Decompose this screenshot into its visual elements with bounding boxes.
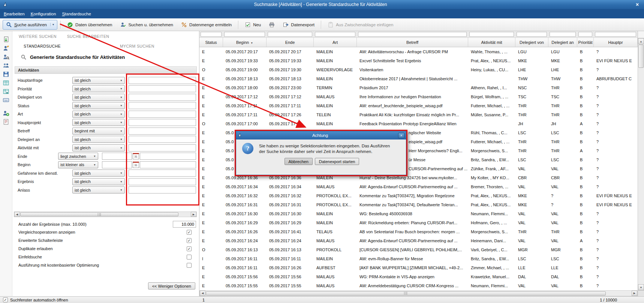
operator-select[interactable]: ist gleich	[72, 119, 125, 126]
scrollbar-track[interactable]	[20, 212, 191, 217]
chevron-down-icon[interactable]: ▾	[50, 23, 54, 26]
tab-suche-bearbeiten[interactable]: SUCHE BEARBEITEN	[67, 34, 109, 39]
criteria-value-input[interactable]	[129, 128, 196, 135]
criteria-value-input[interactable]	[129, 102, 196, 109]
dialog-close-icon[interactable]: ×	[398, 133, 404, 138]
criteria-value-input[interactable]	[129, 186, 196, 194]
abbrechen-button[interactable]: Abbrechen	[285, 158, 313, 165]
criteria-value-input[interactable]	[129, 85, 196, 92]
column-filter-input[interactable]	[268, 32, 312, 37]
table-row[interactable]: I 05.09.2017 16:11 05.09.2017 16:11 MAIL…	[199, 254, 638, 263]
column-header[interactable]: Hauptpr	[594, 38, 638, 47]
table-row[interactable]: O 05.09.2017 16:13 05.09.2017 16:13 PROT…	[199, 245, 638, 254]
criteria-value-input[interactable]	[129, 111, 196, 118]
table-row[interactable]: E 05.09.2017 16:34 05.09.2017 16:34 MAIL…	[199, 182, 638, 191]
table-row[interactable]: O 05.09.2017 19:00 05.09.2017 19:30 WIED…	[199, 65, 638, 74]
operator-select[interactable]: ist gleich	[72, 77, 125, 84]
scroll-down-icon[interactable]: ▼	[638, 284, 644, 290]
operator-select[interactable]: ist gleich	[72, 170, 125, 177]
scrollbar-track[interactable]	[638, 68, 644, 284]
table-row[interactable]: E 05.09.2017 16:11 05.09.2017 16:26 AUFB…	[199, 263, 638, 272]
table-row[interactable]: E 05.09.2017 19:33 05.09.2017 19:33 MAIL…	[199, 56, 638, 65]
column-filter-input[interactable]	[224, 32, 265, 37]
column-filter-input[interactable]	[469, 32, 514, 37]
table-row[interactable]: E 05.09.2017 16:32 05.09.2017 16:32 PROT…	[199, 191, 638, 200]
scroll-left-icon[interactable]: ◀	[200, 291, 205, 296]
operator-select[interactable]: beginnt mit	[72, 128, 125, 135]
spreadsheet-icon[interactable]	[3, 80, 9, 86]
auto-open-checkbox[interactable]	[3, 297, 8, 302]
operator-select[interactable]: ist gleich	[72, 85, 125, 92]
column-header[interactable]: Status	[199, 38, 223, 47]
print-button[interactable]	[265, 20, 278, 30]
scrollbar-thumb[interactable]	[206, 291, 606, 296]
table-row[interactable]: E 05.09.2017 20:17 05.09.2017 20:17 MAIL…	[199, 47, 638, 56]
notes-icon[interactable]	[3, 118, 9, 125]
menu-item[interactable]: Standardsuche	[62, 12, 91, 16]
criteria-value-input[interactable]	[129, 136, 196, 143]
datenexport-starten-button[interactable]: Datenexport starten	[315, 158, 359, 165]
spreadsheet-export-icon[interactable]	[3, 88, 9, 95]
operator-select[interactable]: ist gleich	[72, 144, 125, 152]
suchen-uebernehmen-button[interactable]: Suchen u. übernehmen	[117, 20, 177, 30]
criteria-value-input[interactable]	[129, 144, 196, 152]
column-filter-input[interactable]	[578, 32, 592, 37]
column-filter-input[interactable]	[358, 32, 467, 37]
neu-button[interactable]: Neu	[241, 20, 264, 30]
datenmenge-ermitteln-button[interactable]: Datenmenge ermitteln	[178, 20, 235, 30]
close-icon[interactable]: ×	[633, 2, 642, 8]
criteria-value-input[interactable]	[102, 161, 132, 168]
scroll-up-icon[interactable]: ▲	[638, 38, 644, 44]
table-row[interactable]: E 05.09.2017 17:11 05.09.2017 17:11 MAIL…	[199, 101, 638, 110]
column-header[interactable]: Betreff	[357, 38, 468, 47]
operator-select[interactable]: liegt zwischen	[58, 153, 98, 160]
option-checkbox[interactable]	[187, 263, 192, 268]
table-row[interactable]: E 05.09.2017 18:13 05.09.2017 18:13 MAIL…	[199, 74, 638, 83]
operator-select[interactable]: ist gleich	[72, 178, 125, 185]
column-filter-input[interactable]	[550, 32, 576, 37]
weniger-optionen-button[interactable]: << Weniger Optionen	[148, 282, 195, 290]
table-row[interactable]: O 05.09.2017 17:00 05.09.2017 17:00 MAIL…	[199, 119, 638, 128]
tab-weitere-suchen[interactable]: WEITERE SUCHEN	[19, 34, 57, 39]
operator-select[interactable]: ist gleich	[72, 102, 125, 109]
table-horizontal-scrollbar[interactable]: ◀ ▶	[199, 290, 638, 296]
criteria-value-input[interactable]	[129, 119, 196, 126]
daten-uebernehmen-button[interactable]: Daten übernehmen	[64, 20, 115, 30]
operator-select[interactable]: ist kleiner als	[58, 161, 98, 168]
users-icon[interactable]	[3, 62, 9, 69]
operator-select[interactable]: ist gleich	[72, 94, 125, 101]
tab-mycrm-suchen[interactable]: MYCRM SUCHEN	[120, 44, 154, 49]
criteria-value-input[interactable]	[129, 170, 196, 177]
user-add-icon[interactable]	[3, 110, 9, 117]
column-header[interactable]: Delegiert von	[515, 38, 548, 47]
criteria-value-input-2[interactable]	[140, 153, 196, 160]
column-header[interactable]: Ende	[267, 38, 314, 47]
column-header[interactable]: Art	[314, 38, 357, 47]
column-header[interactable]: Priorität	[577, 38, 594, 47]
table-row[interactable]: E 05.09.2017 15:56 05.09.2017 15:56 MAIL…	[199, 272, 638, 281]
scroll-right-icon[interactable]: ▶	[632, 291, 637, 296]
menu-item[interactable]: Bearbeiten	[4, 12, 25, 16]
option-checkbox[interactable]	[187, 246, 192, 251]
suche-ausfuehren-button[interactable]: Suche ausführen ▾	[3, 20, 57, 30]
criteria-value-input[interactable]	[129, 178, 196, 185]
operator-select[interactable]: ist gleich	[72, 136, 125, 143]
table-row[interactable]: E 05.09.2017 15:55 05.09.2017 15:55 MAIL…	[199, 281, 638, 290]
column-header[interactable]: Beginn	[223, 38, 267, 47]
table-row[interactable]: E 05.09.2017 18:00 05.09.2017 23:00 TERM…	[199, 83, 638, 92]
criteria-value-input[interactable]	[129, 94, 196, 101]
operator-select[interactable]: ist gleich	[72, 186, 125, 194]
scroll-right-icon[interactable]: ▶	[191, 212, 196, 217]
table-vertical-scrollbar[interactable]: ▲ ▼	[638, 31, 644, 296]
import-icon[interactable]	[3, 36, 9, 43]
table-row[interactable]: E 05.09.2017 16:31 05.09.2017 16:31 PROT…	[199, 200, 638, 209]
column-filter-input[interactable]	[201, 32, 222, 37]
column-filter-input[interactable]	[595, 32, 636, 37]
table-row[interactable]: E 05.09.2017 17:12 05.09.2017 17:12 MAIL…	[199, 92, 638, 101]
tab-standardsuche[interactable]: STANDARDSUCHE	[24, 44, 61, 49]
column-header[interactable]: Aktivität mit	[468, 38, 515, 47]
table-row[interactable]: E 05.09.2017 16:26 05.09.2017 16:41 TELA…	[199, 227, 638, 236]
criteria-value-input-2[interactable]	[140, 161, 196, 168]
scroll-left-icon[interactable]: ◀	[14, 212, 20, 217]
column-filter-input[interactable]	[315, 32, 355, 37]
